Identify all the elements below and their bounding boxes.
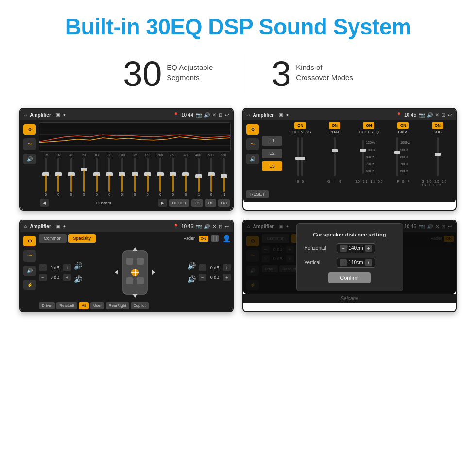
dsp-u2-button[interactable]: U2 xyxy=(262,149,282,158)
vol-minus-tl[interactable]: − xyxy=(39,264,47,271)
dsp-speaker-btn[interactable]: 🔊 xyxy=(246,154,259,164)
vol-minus-bl[interactable]: − xyxy=(39,274,47,281)
back-icon-3[interactable]: ↩ xyxy=(225,224,229,229)
vol-value-tr: 0 dB xyxy=(208,265,221,270)
vol-plus-tr[interactable]: + xyxy=(223,264,231,271)
eq-slider-1: 0 xyxy=(52,158,64,197)
eq-u2-button[interactable]: U2 xyxy=(205,199,217,207)
screen3-right-icons: 📍 10:46 📷 🔊 ✕ ⊡ ↩ xyxy=(173,224,229,229)
dsp-u3-button[interactable]: U3 xyxy=(262,161,282,171)
eq-u1-button[interactable]: U1 xyxy=(191,199,203,207)
cutfreq-on-badge[interactable]: ON xyxy=(363,122,374,129)
eq-track-13[interactable] xyxy=(210,158,212,192)
screen3-icon2: ● xyxy=(63,224,66,229)
eq-track-6[interactable] xyxy=(121,158,123,192)
page-title: Built-in 30EQ DSP Sound System xyxy=(10,14,466,40)
spec-content: Common Specialty Fader ON ||| 👤 xyxy=(39,234,231,309)
dialog-horizontal-row: Horizontal − 140cm + xyxy=(305,243,395,253)
common-tab[interactable]: Common xyxy=(39,234,67,243)
eq-sidebar-speaker[interactable]: 🔊 xyxy=(23,154,36,164)
dsp-reset-button[interactable]: RESET xyxy=(246,190,269,198)
eq-sidebar-equalizer[interactable]: ⚙ xyxy=(23,124,36,135)
eq-prev-button[interactable]: ◀ xyxy=(40,199,49,207)
dsp-eq-btn[interactable]: ⚙ xyxy=(246,124,259,135)
eq-track-4[interactable] xyxy=(96,158,98,192)
eq-track-14[interactable] xyxy=(223,158,225,192)
camera-icon-3: 📷 xyxy=(196,224,202,229)
eq-track-5[interactable] xyxy=(108,158,110,192)
dsp-channel-loudness: ON LOUDNESS 0 0 xyxy=(284,122,317,186)
zone-rearleft[interactable]: RearLeft xyxy=(56,302,77,309)
loudness-on-badge[interactable]: ON xyxy=(294,122,306,129)
zone-rearright[interactable]: RearRight xyxy=(106,302,129,309)
close-icon[interactable]: ✕ xyxy=(212,112,216,118)
car-diagram-svg xyxy=(113,246,157,299)
vertical-minus-btn[interactable]: − xyxy=(340,259,347,266)
spec-wave-btn[interactable]: 〜 xyxy=(23,250,36,262)
zone-driver[interactable]: Driver xyxy=(39,302,55,309)
screen3-title: Amplifier xyxy=(30,224,51,229)
eq-content: 25 32 40 50 63 80 100 125 160 200 250 32… xyxy=(39,122,231,208)
vol-plus-br[interactable]: + xyxy=(223,274,231,281)
dsp-sidebar: ⚙ 〜 🔊 xyxy=(245,122,260,186)
eq-sliders-row: 0 0 xyxy=(39,158,231,197)
phat-on-badge[interactable]: ON xyxy=(329,122,340,129)
speaker-icon-br: 🔊 xyxy=(187,275,196,283)
dsp-u1-button[interactable]: U1 xyxy=(262,136,282,146)
spec-bt-btn[interactable]: ⚡ xyxy=(23,280,36,290)
zone-user[interactable]: User xyxy=(90,302,104,309)
zone-all[interactable]: All xyxy=(79,302,89,309)
confirm-button[interactable]: Confirm xyxy=(328,272,371,283)
vertical-plus-btn[interactable]: + xyxy=(365,259,372,266)
svg-rect-3 xyxy=(126,277,133,284)
eq-track-9[interactable] xyxy=(159,158,161,192)
eq-track-3[interactable] xyxy=(83,158,85,192)
eq-slider-3: 5 xyxy=(78,158,90,197)
eq-graph xyxy=(39,122,231,152)
eq-u3-button[interactable]: U3 xyxy=(218,199,230,207)
specialty-tab[interactable]: Specialty xyxy=(68,234,96,243)
vol-row-bottom-left: − 0 dB + xyxy=(39,274,71,281)
right-vol-controls: − 0 dB + − 0 dB + xyxy=(199,264,231,281)
close-icon-3[interactable]: ✕ xyxy=(212,224,216,229)
horizontal-minus-btn[interactable]: − xyxy=(340,245,347,252)
sub-on-badge[interactable]: ON xyxy=(432,122,443,129)
vol-minus-tr[interactable]: − xyxy=(199,264,206,271)
user-profile-icon[interactable]: 👤 xyxy=(222,235,231,242)
screen1-icon1: ▣ xyxy=(56,112,60,117)
eq-slider-8: 0 xyxy=(142,158,153,197)
close-icon-2[interactable]: ✕ xyxy=(435,112,439,118)
home-icon-3[interactable]: ⌂ xyxy=(24,224,27,229)
dsp-wave-btn[interactable]: 〜 xyxy=(246,138,259,150)
stat-eq-segments: 30 EQ Adjustable Segments xyxy=(94,56,242,91)
vol-plus-tl[interactable]: + xyxy=(63,264,71,271)
dsp-channel-bass: ON BASS 100Hz 90Hz 80Hz 70Hz xyxy=(387,122,420,186)
back-icon-2[interactable]: ↩ xyxy=(448,112,452,118)
home-icon-2[interactable]: ⌂ xyxy=(247,112,250,117)
spec-eq-btn[interactable]: ⚙ xyxy=(23,236,36,246)
spec-sidebar: ⚙ 〜 🔊 ⚡ xyxy=(22,234,37,309)
bass-on-badge[interactable]: ON xyxy=(397,122,409,129)
home-icon[interactable]: ⌂ xyxy=(24,112,27,117)
eq-track-12[interactable] xyxy=(198,158,200,192)
eq-track-10[interactable] xyxy=(172,158,174,192)
zone-copilot[interactable]: Copilot xyxy=(131,302,149,309)
horizontal-plus-btn[interactable]: + xyxy=(365,245,372,252)
spec-speaker-btn[interactable]: 🔊 xyxy=(23,266,36,276)
eq-track-8[interactable] xyxy=(147,158,149,192)
eq-track-2[interactable] xyxy=(70,158,72,192)
eq-next-button[interactable]: ▶ xyxy=(158,199,167,207)
eq-reset-button[interactable]: RESET xyxy=(169,199,189,207)
eq-track-1[interactable] xyxy=(57,158,59,192)
back-icon[interactable]: ↩ xyxy=(225,112,229,118)
phat-label: PHAT xyxy=(330,130,340,134)
eq-track-7[interactable] xyxy=(134,158,136,192)
fader-on-badge[interactable]: ON xyxy=(199,236,208,242)
vertical-val-box: − 110cm + xyxy=(337,258,375,268)
screen1-eq: ⌂ Amplifier ▣ ● 📍 10:44 📷 🔊 ✕ ⊡ ↩ xyxy=(20,109,233,210)
eq-track-11[interactable] xyxy=(185,158,187,192)
vol-plus-bl[interactable]: + xyxy=(63,274,71,281)
eq-track-0[interactable] xyxy=(45,158,47,192)
eq-sidebar-wave[interactable]: 〜 xyxy=(23,138,36,150)
vol-minus-br[interactable]: − xyxy=(199,274,206,281)
